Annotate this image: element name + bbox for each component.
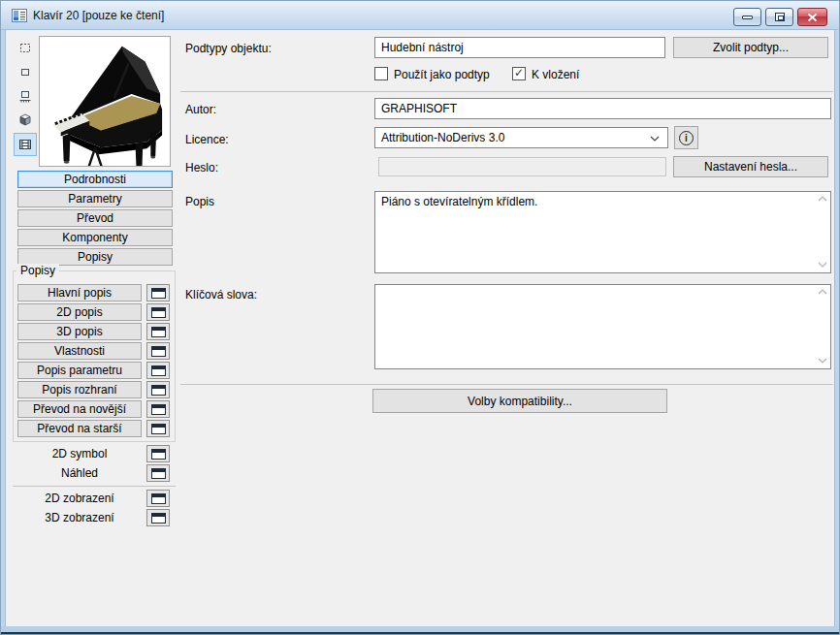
window-icon [151,288,166,299]
choose-subtype-button[interactable]: Zvolit podtyp... [673,37,828,58]
open-window-button-vlastnosti[interactable] [146,342,170,360]
window-icon [151,513,166,524]
popisy-group-title: Popisy [16,264,59,277]
script-button-hlavni-popis[interactable]: Hlavní popis [17,284,142,302]
sidebar-button-parametry[interactable]: Parametry [17,190,173,207]
stamp-icon[interactable] [17,88,33,104]
description-text: Piáno s otevíratelným křídlem. [381,195,537,208]
sidebar-button-podrobnosti[interactable]: Podrobnosti [17,171,173,188]
frame-icon[interactable] [17,64,33,79]
description-label: Popis [185,195,214,208]
sidebar-button-prevod[interactable]: Převod [17,209,173,227]
open-window-button-2d-zobrazeni[interactable] [146,490,170,507]
titlebar[interactable]: Klavír 20 [pouze ke čtení] [1,1,839,30]
close-icon [807,13,818,22]
window-icon [151,468,166,479]
open-window-button-popis-parametru[interactable] [146,362,170,379]
cube-3d-icon[interactable] [17,112,33,128]
open-window-button-nahled[interactable] [146,464,170,482]
label-2d-zobrazeni: 2D zobrazení [17,490,142,507]
description-textarea[interactable]: Piáno s otevíratelným křídlem. [374,191,831,273]
dashed-frame-icon[interactable] [17,40,33,55]
password-label: Heslo: [185,161,218,175]
author-field[interactable]: GRAPHISOFT [374,98,831,119]
sidebar-button-komponenty[interactable]: Komponenty [17,229,173,246]
license-dropdown[interactable]: Attribution-NoDerivs 3.0 [374,127,668,148]
script-button-prevod-na-novejsi[interactable]: Převod na novější [17,400,142,418]
window-icon [151,385,166,396]
license-info-button[interactable]: i [674,126,698,149]
section-divider [180,384,833,385]
window-icon [151,424,166,434]
open-window-button-3d-zobrazeni[interactable] [146,509,170,526]
window-icon [151,493,166,504]
minimize-icon [742,16,753,19]
open-window-button-prevod-na-novejsi[interactable] [146,400,170,418]
license-value: Attribution-NoDerivs 3.0 [381,131,504,144]
window-icon [151,346,166,357]
license-label: Licence: [185,133,229,146]
set-password-button[interactable]: Nastavení hesla... [673,156,828,177]
chevron-down-icon [650,136,660,142]
use-as-subtype-label: Použít jako podtyp [394,68,490,81]
window-icon [151,365,166,376]
maximize-icon [775,13,785,21]
dialog-content: Podrobnosti Parametry Převod Komponenty … [6,30,834,626]
script-button-prevod-na-starsi[interactable]: Převod na starší [17,420,142,437]
window-icon [151,307,166,318]
script-button-popis-parametru[interactable]: Popis parametru [17,362,142,379]
window-icon [151,449,166,460]
placeable-checkbox[interactable]: ✓ [512,67,526,80]
minimize-button[interactable] [733,8,761,26]
author-label: Autor: [185,103,216,116]
placeable-label: K vložení [532,68,579,81]
window-icon [151,404,166,415]
section-divider [180,91,833,92]
window-title: Klavír 20 [pouze ke čtení] [33,9,164,22]
open-window-button-prevod-na-starsi[interactable] [146,420,170,437]
close-button[interactable] [797,8,827,26]
label-3d-zobrazeni: 3D zobrazení [17,509,142,526]
film-preview-icon[interactable] [14,133,37,156]
object-preview [39,36,171,167]
scroll-down-icon[interactable] [818,358,827,365]
window-controls [733,8,827,26]
info-icon: i [679,131,694,145]
scroll-down-icon[interactable] [818,262,827,269]
open-window-button-2d-popis[interactable] [146,303,170,321]
script-button-vlastnosti[interactable]: Vlastnosti [17,342,142,360]
checkmark-icon: ✓ [514,67,524,79]
keywords-label: Klíčová slova: [185,288,257,302]
maximize-button[interactable] [765,8,793,26]
label-nahled: Náhled [17,464,142,482]
dialog-window: Klavír 20 [pouze ke čtení] [0,0,840,635]
script-button-3d-popis[interactable]: 3D popis [17,323,142,340]
window-icon [151,327,166,337]
subtype-field[interactable]: Hudební nástroj [374,37,665,58]
open-window-button-3d-popis[interactable] [146,323,170,340]
open-window-button-popis-rozhrani[interactable] [146,381,170,398]
password-field [378,157,666,176]
script-button-popis-rozhrani[interactable]: Popis rozhraní [17,381,142,398]
script-button-2d-popis[interactable]: 2D popis [17,303,142,321]
scroll-up-icon[interactable] [818,196,827,203]
keywords-textarea[interactable] [374,284,831,369]
use-as-subtype-checkbox[interactable]: ✓ [374,67,388,80]
sidebar-divider [13,486,176,487]
app-icon [12,8,27,23]
label-2d-symbol: 2D symbol [17,445,142,462]
open-window-button-hlavni-popis[interactable] [146,284,170,302]
open-window-button-2d-symbol[interactable] [146,445,170,462]
subtype-label: Podtypy objektu: [185,42,272,55]
grand-piano-image [40,37,170,166]
scroll-up-icon[interactable] [818,289,827,296]
compatibility-options-button[interactable]: Volby kompatibility... [372,389,667,413]
